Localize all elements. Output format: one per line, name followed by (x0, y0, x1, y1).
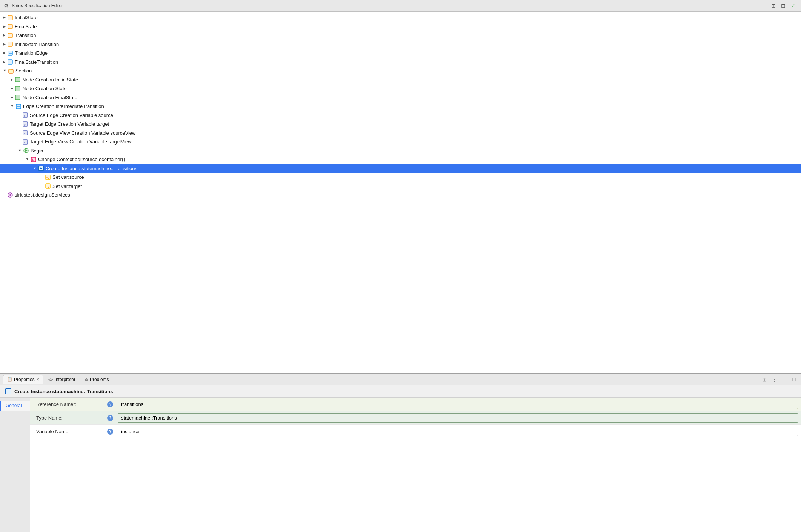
prop-row-referenceName: Reference Name*: ? (30, 398, 801, 411)
tree-item-siriustestServices[interactable]: ▶ siriustest.design.Services (0, 191, 801, 200)
item-label: siriustest.design.Services (15, 191, 70, 199)
app-icon: ⚙ (4, 3, 9, 9)
tree-item-transitionEdge[interactable]: ▶ TransitionEdge (0, 49, 801, 58)
tree-item-changeContext[interactable]: ▼ ↻ Change Context aql:source.econtainer… (0, 155, 801, 164)
sidebar-item-general[interactable]: General (0, 401, 30, 411)
tree-item-edgeCreationIntermediate[interactable]: ▼ Edge Creation intermediateTransition (0, 102, 801, 111)
svg-text:→: → (9, 16, 12, 20)
help-icon-variableName[interactable]: ? (107, 429, 113, 435)
svg-rect-16 (15, 95, 20, 100)
svg-text:v: v (24, 114, 26, 117)
toggle-icon: ▶ (3, 42, 6, 47)
toggle-icon: ▶ (11, 77, 13, 83)
tree-item-setVarTarget[interactable]: ▶ =v Set var:target (0, 182, 801, 191)
prop-value-variableName (115, 425, 801, 438)
help-icon-typeName[interactable]: ? (107, 415, 113, 421)
restore-button[interactable]: ⊟ (779, 2, 787, 10)
prop-input-typeName[interactable] (118, 413, 798, 423)
tree-item-section[interactable]: ▼ Section (0, 66, 801, 75)
prop-help-variableName: ? (106, 429, 115, 435)
tree-item-setVarSource[interactable]: ▶ =v Set var:source (0, 173, 801, 182)
tree-item-nodeCreationInitialState[interactable]: ▶ Node Creation InitialState (0, 75, 801, 85)
item-label: Change Context aql:source.econtainer() (38, 156, 125, 163)
tree-item-nodeCreationFinalState[interactable]: ▶ Node Creation FinalState (0, 93, 801, 102)
properties-panel: 📋Properties✕<>Interpreter⚠Problems ⊞ ⋮ —… (0, 374, 801, 532)
tree-item-finalState[interactable]: ▶ → FinalState (0, 22, 801, 31)
tree-item-sourceEdgeViewCreationVariable[interactable]: ▶ v Source Edge View Creation Variable s… (0, 129, 801, 138)
item-icon (8, 51, 13, 56)
item-icon: → (8, 15, 13, 20)
item-icon (23, 148, 29, 153)
item-label: Edge Creation intermediateTransition (23, 103, 104, 110)
toggle-icon: ▶ (3, 15, 6, 20)
item-label: FinalState (15, 23, 37, 31)
item-label: Node Creation FinalState (22, 94, 77, 101)
tree-item-targetEdgeViewCreationVariable[interactable]: ▶ v Target Edge View Creation Variable t… (0, 137, 801, 146)
svg-text:v: v (24, 141, 26, 144)
svg-text:↻: ↻ (32, 158, 35, 162)
item-icon: → (8, 33, 13, 38)
item-icon: ↻ (31, 157, 36, 162)
item-icon: → (8, 42, 13, 47)
prop-input-variableName[interactable] (118, 427, 798, 436)
prop-value-typeName (115, 412, 801, 424)
maximize-panel-button[interactable]: □ (790, 375, 798, 384)
toggle-icon: ▼ (11, 104, 14, 109)
svg-text:→: → (9, 34, 12, 38)
maximize-button[interactable]: ⊞ (769, 2, 778, 10)
item-label: Section (15, 67, 32, 75)
item-icon: v (23, 139, 28, 145)
item-label: Begin (31, 147, 43, 155)
prop-input-referenceName[interactable] (118, 400, 798, 409)
toggle-icon: ▶ (11, 86, 13, 91)
svg-rect-13 (9, 69, 11, 70)
minimize-panel-button[interactable]: — (780, 375, 788, 384)
tab-icon: <> (48, 377, 53, 382)
tree-item-finalStateTransition[interactable]: ▶ FinalStateTransition (0, 58, 801, 67)
properties-title: Create Instance statemachine::Transition… (0, 385, 801, 398)
svg-text:=v: =v (46, 176, 49, 180)
tab-properties[interactable]: 📋Properties✕ (3, 375, 43, 384)
tab-problems[interactable]: ⚠Problems (80, 375, 113, 384)
item-icon (15, 86, 20, 91)
svg-text:→: → (9, 43, 12, 46)
help-icon-referenceName[interactable]: ? (107, 401, 113, 407)
prop-value-referenceName (115, 398, 801, 411)
new-view-button[interactable]: ⊞ (760, 375, 769, 384)
tree-item-targetEdgeCreationVariable[interactable]: ▶ v Target Edge Creation Variable target (0, 120, 801, 129)
tree-item-initialState[interactable]: ▶ → InitialState (0, 13, 801, 22)
props-content: Reference Name*: ? Type Name: ? Variable… (30, 398, 801, 532)
toggle-icon: ▶ (3, 33, 6, 38)
tree-item-createInstance[interactable]: ▼ + Create Instance statemachine::Transi… (0, 164, 801, 173)
toggle-icon: ▶ (3, 60, 6, 65)
checkmark-button[interactable]: ✓ (789, 2, 797, 10)
tab-interpreter[interactable]: <>Interpreter (44, 375, 80, 384)
item-label: Target Edge Creation Variable target (30, 120, 109, 128)
toggle-icon: ▼ (3, 68, 6, 74)
toggle-icon: ▶ (11, 95, 13, 100)
toggle-icon: ▼ (18, 148, 22, 154)
item-label: TransitionEdge (15, 49, 48, 57)
menu-button[interactable]: ⋮ (770, 375, 778, 384)
properties-body: General Reference Name*: ? Type Name: ? … (0, 398, 801, 532)
app-title: Sirius Specification Editor (12, 3, 63, 8)
svg-point-38 (9, 194, 11, 196)
tree-item-nodeCreationState[interactable]: ▶ Node Creation State (0, 84, 801, 93)
item-label: Target Edge View Creation Variable targe… (30, 138, 132, 146)
tab-close-icon[interactable]: ✕ (36, 377, 39, 381)
item-icon (15, 95, 20, 100)
item-label: FinalStateTransition (15, 58, 58, 66)
toggle-icon: ▼ (26, 157, 29, 162)
tree-item-sourceEdgeCreationVariable[interactable]: ▶ v Source Edge Creation Variable source (0, 111, 801, 120)
tab-actions: ⊞ ⋮ — □ (760, 375, 798, 384)
toggle-icon: ▶ (3, 24, 6, 29)
properties-title-text: Create Instance statemachine::Transition… (14, 389, 113, 394)
svg-text:v: v (24, 132, 26, 135)
tree-item-transition[interactable]: ▶ → Transition (0, 31, 801, 40)
item-label: Set var:source (52, 174, 84, 181)
prop-row-typeName: Type Name: ? (30, 411, 801, 425)
tree-item-begin[interactable]: ▼ Begin (0, 146, 801, 155)
tab-icon: 📋 (7, 377, 12, 382)
tree-item-initialStateTransition[interactable]: ▶ → InitialStateTransition (0, 40, 801, 49)
item-icon: v (23, 121, 28, 127)
